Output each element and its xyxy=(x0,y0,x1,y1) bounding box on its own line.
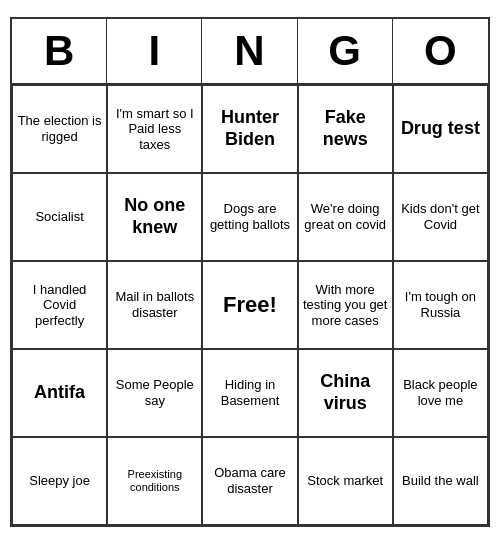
bingo-cell: Build the wall xyxy=(393,437,488,525)
bingo-cell: Drug test xyxy=(393,85,488,173)
bingo-cell: Mail in ballots disaster xyxy=(107,261,202,349)
bingo-cell: The election is rigged xyxy=(12,85,107,173)
bingo-cell: No one knew xyxy=(107,173,202,261)
bingo-cell: Stock market xyxy=(298,437,393,525)
bingo-letter: B xyxy=(12,19,107,83)
bingo-cell: We're doing great on covid xyxy=(298,173,393,261)
bingo-card: BINGO The election is riggedI'm smart so… xyxy=(10,17,490,527)
bingo-letter: I xyxy=(107,19,202,83)
bingo-cell: I handled Covid perfectly xyxy=(12,261,107,349)
bingo-header: BINGO xyxy=(12,19,488,85)
bingo-letter: G xyxy=(298,19,393,83)
bingo-cell: Fake news xyxy=(298,85,393,173)
bingo-cell: Obama care disaster xyxy=(202,437,297,525)
bingo-letter: O xyxy=(393,19,488,83)
bingo-cell: With more testing you get more cases xyxy=(298,261,393,349)
bingo-cell: Kids don't get Covid xyxy=(393,173,488,261)
bingo-cell: I'm tough on Russia xyxy=(393,261,488,349)
bingo-cell: Socialist xyxy=(12,173,107,261)
bingo-cell: Some People say xyxy=(107,349,202,437)
bingo-grid: The election is riggedI'm smart so I Pai… xyxy=(12,85,488,525)
bingo-cell: Dogs are getting ballots xyxy=(202,173,297,261)
bingo-cell: Free! xyxy=(202,261,297,349)
bingo-letter: N xyxy=(202,19,297,83)
bingo-cell: Antifa xyxy=(12,349,107,437)
bingo-cell: I'm smart so I Paid less taxes xyxy=(107,85,202,173)
bingo-cell: Preexisting conditions xyxy=(107,437,202,525)
bingo-cell: Hiding in Basement xyxy=(202,349,297,437)
bingo-cell: Hunter Biden xyxy=(202,85,297,173)
bingo-cell: Black people love me xyxy=(393,349,488,437)
bingo-cell: China virus xyxy=(298,349,393,437)
bingo-cell: Sleepy joe xyxy=(12,437,107,525)
